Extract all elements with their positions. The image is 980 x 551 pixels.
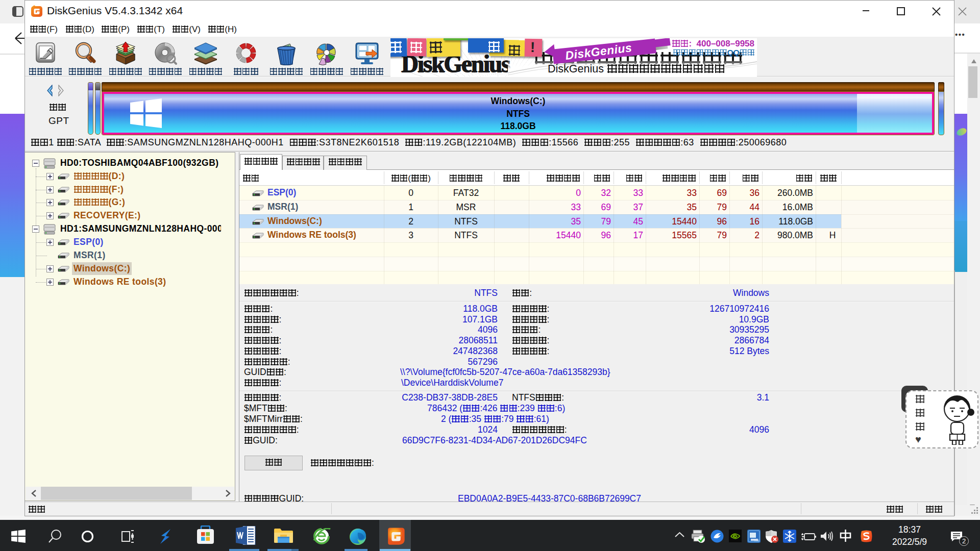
svg-text:intel: intel bbox=[754, 539, 759, 542]
